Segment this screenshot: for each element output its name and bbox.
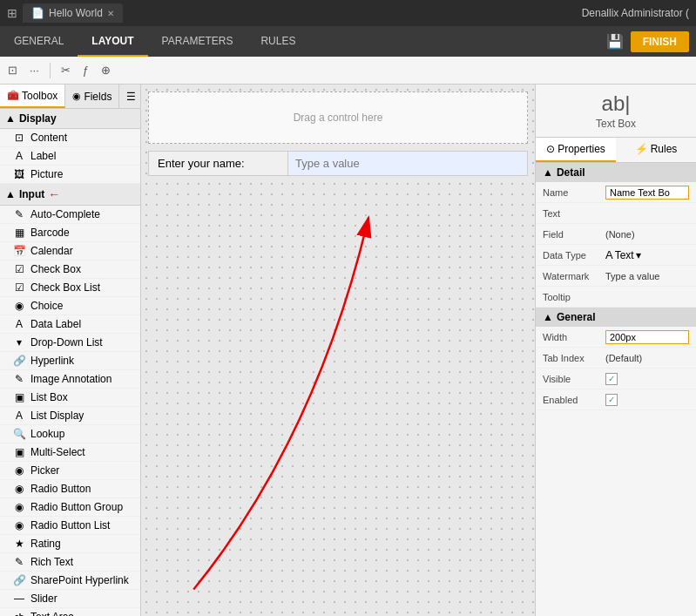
- nav-tab-general[interactable]: GENERAL: [0, 26, 78, 57]
- picker-icon: ◉: [12, 464, 26, 477]
- props-name-input[interactable]: [605, 186, 689, 200]
- toolbar-btn-more[interactable]: ···: [25, 61, 44, 79]
- item-barcode[interactable]: ▦ Barcode: [0, 224, 140, 242]
- item-checkboxlist[interactable]: ☑ Check Box List: [0, 279, 140, 297]
- item-radiobuttonlist[interactable]: ◉ Radio Button List: [0, 517, 140, 535]
- label-icon: A: [12, 150, 26, 162]
- item-picker[interactable]: ◉ Picker: [0, 462, 140, 480]
- form-input[interactable]: [288, 152, 527, 175]
- item-richtext[interactable]: ✎ Rich Text: [0, 553, 140, 572]
- input-arrow-indicator: ←: [48, 187, 60, 201]
- right-panel: ab| Text Box ⊙ Properties ⚡ Rules ▲ Deta…: [535, 85, 696, 616]
- datatype-dropdown-icon: ▾: [636, 249, 641, 261]
- control-type-name: Text Box: [596, 118, 636, 130]
- checkboxlist-label: Check Box List: [30, 281, 100, 294]
- lookup-icon: 🔍: [12, 428, 26, 440]
- calendar-label: Calendar: [30, 245, 73, 257]
- props-row-name: Name: [536, 182, 696, 203]
- item-checkbox[interactable]: ☑ Check Box: [0, 261, 140, 279]
- props-row-visible: Visible ✓: [536, 369, 696, 389]
- tab-close-icon[interactable]: ✕: [107, 9, 114, 18]
- item-sharepointhyperlink[interactable]: 🔗 SharePoint Hyperlink: [0, 572, 140, 590]
- item-autocomplete[interactable]: ✎ Auto-Complete: [0, 206, 140, 224]
- item-picture[interactable]: 🖼 Picture: [0, 166, 140, 184]
- tab-rules[interactable]: ⚡ Rules: [616, 138, 696, 162]
- right-tabs: ⊙ Properties ⚡ Rules: [536, 138, 696, 163]
- item-radiobuttongroup[interactable]: ◉ Radio Button Group: [0, 498, 140, 517]
- imageannotation-icon: ✎: [12, 373, 26, 385]
- item-content[interactable]: ⊡ Content: [0, 129, 140, 147]
- item-datalabel[interactable]: A Data Label: [0, 315, 140, 334]
- item-radiobutton[interactable]: ◉ Radio Button: [0, 480, 140, 498]
- dropdown-label: Drop-Down List: [30, 336, 103, 349]
- textarea-label: Text Area: [30, 611, 74, 616]
- toolbar-btn-grid[interactable]: ⊡: [3, 61, 22, 79]
- app-tab[interactable]: 📄 Hello World ✕: [23, 3, 123, 23]
- listdisplay-label: List Display: [30, 410, 84, 422]
- autocomplete-icon: ✎: [12, 208, 26, 220]
- listbox-icon: ▣: [12, 391, 26, 403]
- item-multiselect[interactable]: ▣ Multi-Select: [0, 443, 140, 462]
- item-rating[interactable]: ★ Rating: [0, 535, 140, 553]
- autocomplete-label: Auto-Complete: [30, 208, 100, 220]
- section-display-arrow: ▲: [5, 112, 16, 125]
- picker-label: Picker: [30, 464, 59, 477]
- props-watermark-label: Watermark: [543, 271, 605, 281]
- toolbar-btn-cut[interactable]: ✂: [57, 61, 75, 79]
- item-lookup[interactable]: 🔍 Lookup: [0, 425, 140, 443]
- picture-label: Picture: [30, 168, 63, 180]
- tab-doc-icon: 📄: [31, 7, 44, 19]
- label-label: Label: [30, 150, 56, 162]
- nav-tab-parameters[interactable]: PARAMETERS: [148, 26, 247, 57]
- drag-area[interactable]: Drag a control here: [148, 91, 528, 144]
- item-label[interactable]: A Label: [0, 147, 140, 166]
- sharepointhyperlink-label: SharePoint Hyperlink: [30, 574, 129, 586]
- props-enabled-checkbox[interactable]: ✓: [605, 394, 618, 406]
- props-visible-checkbox[interactable]: ✓: [605, 373, 618, 385]
- general-arrow: ▲: [543, 311, 553, 323]
- section-input[interactable]: ▲ Input ←: [0, 184, 140, 206]
- item-textarea[interactable]: ab Text Area: [0, 608, 140, 616]
- nav-tab-rules[interactable]: RULES: [247, 26, 309, 57]
- tab-properties[interactable]: ⊙ Properties: [536, 138, 616, 162]
- textarea-icon: ab: [12, 613, 26, 616]
- props-text-label: Text: [543, 208, 605, 219]
- grid-icon[interactable]: ⊞: [7, 6, 17, 20]
- section-display[interactable]: ▲ Display: [0, 109, 140, 129]
- listbox-label: List Box: [30, 391, 68, 403]
- props-datatype-select[interactable]: A Text ▾: [605, 248, 641, 261]
- calendar-icon: 📅: [12, 245, 26, 257]
- multiselect-label: Multi-Select: [30, 446, 85, 458]
- item-calendar[interactable]: 📅 Calendar: [0, 242, 140, 261]
- toolbar-btn-formula[interactable]: ƒ: [78, 61, 93, 79]
- slider-icon: —: [12, 592, 26, 605]
- props-width-label: Width: [543, 332, 605, 342]
- general-section-header[interactable]: ▲ General: [536, 308, 696, 327]
- finish-button[interactable]: FINISH: [631, 31, 689, 52]
- props-tooltip-label: Tooltip: [543, 292, 605, 302]
- tab-toolbox[interactable]: 🧰 Toolbox: [0, 85, 65, 108]
- toolbar-btn-add[interactable]: ⊕: [97, 61, 115, 79]
- detail-section-header[interactable]: ▲ Detail: [536, 163, 696, 182]
- toolbox-icon: 🧰: [7, 90, 19, 101]
- nav-tab-layout[interactable]: LAYOUT: [78, 26, 147, 57]
- tab-menu[interactable]: ☰: [119, 85, 141, 108]
- choice-icon: ◉: [12, 300, 26, 312]
- props-width-input[interactable]: [605, 330, 689, 344]
- tab-fields[interactable]: ◉ Fields: [65, 85, 119, 108]
- save-icon[interactable]: 💾: [606, 33, 624, 50]
- item-listdisplay[interactable]: A List Display: [0, 407, 140, 425]
- item-listbox[interactable]: ▣ List Box: [0, 389, 140, 407]
- listdisplay-icon: A: [12, 410, 26, 422]
- hyperlink-icon: 🔗: [12, 355, 26, 367]
- item-dropdown[interactable]: ▾ Drop-Down List: [0, 334, 140, 352]
- control-header: ab| Text Box: [536, 85, 696, 138]
- imageannotation-label: Image Annotation: [30, 373, 111, 385]
- props-datatype-label: Data Type: [543, 250, 605, 261]
- item-choice[interactable]: ◉ Choice: [0, 297, 140, 315]
- item-imageannotation[interactable]: ✎ Image Annotation: [0, 370, 140, 389]
- properties-icon: ⊙: [546, 143, 555, 155]
- fields-label: Fields: [84, 91, 111, 103]
- item-slider[interactable]: — Slider: [0, 590, 140, 608]
- item-hyperlink[interactable]: 🔗 Hyperlink: [0, 352, 140, 370]
